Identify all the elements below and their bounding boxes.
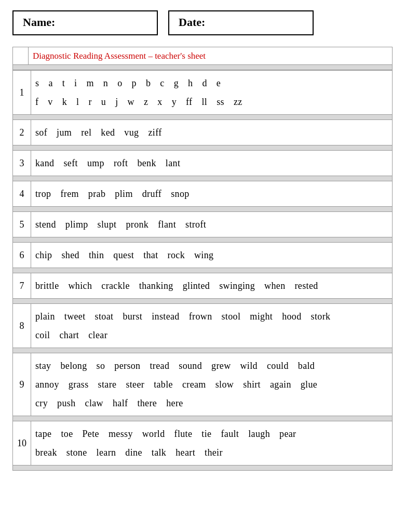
- word: ss: [217, 97, 224, 107]
- word: pronk: [126, 219, 148, 230]
- name-label: Name:: [23, 16, 55, 29]
- word: cry: [35, 398, 48, 408]
- word: zz: [234, 97, 242, 107]
- spacer-cell: [13, 299, 393, 304]
- word: benk: [137, 158, 156, 168]
- word: tread: [150, 361, 169, 371]
- word: person: [114, 361, 140, 371]
- word: ump: [87, 158, 104, 168]
- spacer-row: [13, 145, 393, 151]
- title-num: [13, 47, 29, 65]
- header: Name: Date:: [12, 10, 393, 35]
- word: belong: [60, 361, 87, 371]
- word: h: [188, 78, 193, 88]
- row-content: kandseftumproftbenklant: [31, 151, 393, 176]
- spacer-row: [13, 348, 393, 353]
- word: r: [88, 97, 91, 107]
- word: instead: [152, 311, 180, 322]
- word: heart: [176, 447, 195, 458]
- word: s: [35, 78, 39, 88]
- row-content: sofjumrelkedvugziff: [31, 120, 393, 145]
- word: shirt: [243, 379, 261, 390]
- row-number: 6: [13, 243, 31, 268]
- word: kand: [35, 158, 54, 168]
- word: jum: [57, 127, 72, 138]
- word: here: [166, 398, 183, 408]
- spacer-row: [13, 65, 393, 70]
- word: stool: [222, 311, 241, 322]
- row-number: 10: [13, 421, 31, 466]
- row-content: tropfremprabplimdruffsnop: [31, 181, 393, 207]
- word: wild: [240, 361, 258, 371]
- word: claw: [85, 398, 103, 408]
- word: o: [117, 78, 122, 88]
- word: slupt: [98, 219, 117, 230]
- word: v: [48, 97, 52, 107]
- row-content: satimnopbcghdefvklrujwzxyffllsszz: [31, 71, 393, 115]
- spacer-cell: [13, 237, 393, 243]
- date-box[interactable]: Date:: [168, 10, 314, 35]
- word: burst: [123, 311, 142, 322]
- spacer-cell: [13, 115, 393, 120]
- word: there: [137, 398, 157, 408]
- spacer-cell: [13, 145, 393, 151]
- word: could: [267, 361, 289, 371]
- word: push: [57, 398, 75, 408]
- word: fault: [221, 429, 239, 439]
- name-box[interactable]: Name:: [12, 10, 158, 35]
- row-number: 1: [13, 71, 31, 115]
- word: bald: [298, 361, 315, 371]
- spacer-row: [13, 237, 393, 243]
- word: frown: [189, 311, 212, 322]
- word: grew: [211, 361, 231, 371]
- content-row: 2sofjumrelkedvugziff: [13, 120, 393, 145]
- word: tweet: [64, 311, 86, 322]
- word: ff: [186, 97, 192, 107]
- word: slow: [215, 379, 234, 390]
- content-row: 7brittlewhichcracklethankingglintedswing…: [13, 273, 393, 299]
- word: vug: [124, 127, 139, 138]
- row-content: staybelongsopersontreadsoundgrewwildcoul…: [31, 353, 393, 416]
- word: lant: [166, 158, 180, 168]
- row-number: 7: [13, 273, 31, 299]
- word: wing: [194, 250, 213, 260]
- row-content: brittlewhichcracklethankingglintedswingi…: [31, 273, 393, 299]
- word: thanking: [139, 281, 173, 291]
- word: laugh: [248, 429, 270, 439]
- date-label: Date:: [179, 16, 205, 29]
- content-row: 1satimnopbcghdefvklrujwzxyffllsszz: [13, 71, 393, 115]
- word: dine: [125, 447, 142, 458]
- assessment-table: Diagnostic Reading Assessment – teacher'…: [12, 47, 393, 70]
- spacer-row: [13, 207, 393, 212]
- row-number: 4: [13, 181, 31, 207]
- content-row: 4tropfremprabplimdruffsnop: [13, 181, 393, 207]
- word: plimp: [65, 219, 88, 230]
- word: d: [202, 78, 207, 88]
- word: g: [174, 78, 179, 88]
- word: steer: [126, 379, 144, 390]
- word: w: [128, 97, 134, 107]
- word: k: [62, 97, 67, 107]
- word: f: [35, 97, 38, 107]
- word: glue: [301, 379, 317, 390]
- word: thin: [89, 250, 104, 260]
- spacer-row: [13, 268, 393, 273]
- row-number: 3: [13, 151, 31, 176]
- word: pear: [279, 429, 296, 439]
- word: ked: [101, 127, 115, 138]
- word: a: [48, 78, 52, 88]
- spacer-cell: [13, 268, 393, 273]
- word: stend: [35, 219, 56, 230]
- content-row: 8plaintweetstoatburstinsteadfrownstoolmi…: [13, 304, 393, 348]
- word: rock: [168, 250, 185, 260]
- word: trop: [35, 189, 51, 199]
- row-content: tapetoePetemessyworldflutetiefaultlaughp…: [31, 421, 393, 466]
- content-row: 5stendplimpsluptpronkflantstroft: [13, 212, 393, 237]
- word: snop: [171, 189, 189, 199]
- word: that: [143, 250, 158, 260]
- content-row: 6chipshedthinquestthatrockwing: [13, 243, 393, 268]
- word: stay: [35, 361, 51, 371]
- word: crackle: [101, 281, 129, 291]
- word: tape: [35, 429, 51, 439]
- word: tie: [201, 429, 211, 439]
